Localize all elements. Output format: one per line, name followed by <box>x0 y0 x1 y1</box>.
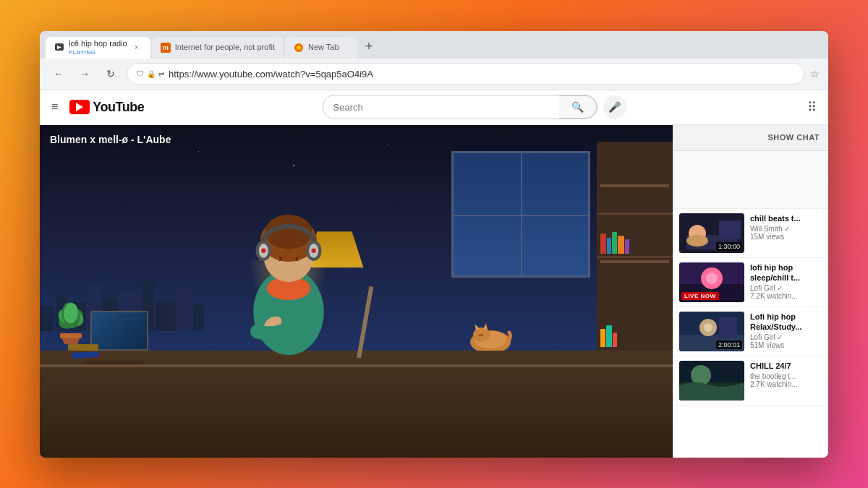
tab-title-mozilla: Internet for people, not profit <box>175 43 275 52</box>
apps-grid-icon[interactable]: ⠿ <box>804 96 820 118</box>
tab-title-wrap-new: New Tab <box>308 43 349 52</box>
url-text: https://www.youtube.com/watch?v=5qap5aO4… <box>169 69 795 80</box>
sv-thumbnail-3: 2:00:01 <box>679 312 744 351</box>
video-title-text: Blumen x mell-ø - L'Aube <box>50 134 171 145</box>
youtube-wordmark: YouTube <box>93 100 144 115</box>
youtube-icon <box>69 100 90 114</box>
back-button[interactable]: ← <box>48 64 69 84</box>
suggested-videos-list: 1:30:00 chill beats t... Will Smith ✓ 15… <box>673 209 828 458</box>
tab-favicon-mozilla: m <box>161 43 171 53</box>
search-wrap: 🔍 🎤 <box>153 95 796 119</box>
show-chat-label: SHOW CHAT <box>767 133 820 142</box>
bookmark-icon[interactable]: ☆ <box>810 68 820 80</box>
lock-icon: 🔒 <box>147 70 156 78</box>
scene-window <box>451 151 591 278</box>
sv-title-2: lofi hip hop sleep/chill t... <box>750 262 822 283</box>
sv-info-2: lofi hip hop sleep/chill t... Lofi Girl … <box>750 262 822 302</box>
forward-button[interactable]: → <box>75 64 95 84</box>
security-icons: 🛡 🔒 ⇄ <box>136 69 164 78</box>
refresh-button[interactable]: ↻ <box>101 64 121 84</box>
suggested-video-3[interactable]: 2:00:01 Lofi hip hop Relax/Study... Lofi… <box>673 307 828 356</box>
new-tab-button[interactable]: + <box>359 37 379 57</box>
sv-views-4: 2.7K watchin... <box>750 380 822 388</box>
sv-info-4: CHILL 24/7 the bootleg t... 2.7K watchin… <box>750 361 822 401</box>
laptop-screen <box>90 311 148 351</box>
sv-channel-3: Lofi Girl ✓ <box>750 333 822 341</box>
tab-title-lofi: lofi hip hop radio <box>69 39 127 48</box>
tab-title-new: New Tab <box>308 43 349 52</box>
show-chat-button[interactable]: SHOW CHAT <box>673 125 828 151</box>
sync-icon: ⇄ <box>158 70 164 78</box>
scene-bookshelf <box>597 142 673 358</box>
suggested-video-4[interactable]: CHILL 24/7 the bootleg t... 2.7K watchin… <box>673 356 828 406</box>
sv-info-1: chill beats t... Will Smith ✓ 15M views <box>750 213 822 253</box>
search-button[interactable]: 🔍 <box>559 95 597 119</box>
hamburger-menu[interactable]: ≡ <box>48 98 61 116</box>
sv-views-1: 15M views <box>750 233 822 241</box>
sv-title-4: CHILL 24/7 <box>750 361 822 371</box>
tab-close-lofi[interactable]: × <box>132 43 142 53</box>
sv-views-3: 51M views <box>750 341 822 349</box>
tab-bar: lofi hip hop radio PLAYING × m Internet … <box>40 31 828 59</box>
chat-placeholder <box>673 151 828 209</box>
svg-point-32 <box>686 235 708 247</box>
sv-channel-1: Will Smith ✓ <box>750 225 822 233</box>
svg-rect-30 <box>719 221 741 239</box>
svg-point-40 <box>704 323 712 332</box>
video-section: Blumen x mell-ø - L'Aube <box>40 125 673 458</box>
sv-title-3: Lofi hip hop Relax/Study... <box>750 312 822 333</box>
tab-favicon-firefox <box>294 43 304 53</box>
main-content: Blumen x mell-ø - L'Aube SHOW CHAT <box>40 125 828 458</box>
sv-live-badge-2: LIVE NOW <box>681 292 719 300</box>
video-canvas <box>40 125 673 458</box>
sv-thumbnail-1: 1:30:00 <box>679 213 744 253</box>
svg-point-13 <box>261 248 266 253</box>
svg-point-14 <box>311 248 316 253</box>
tab-title-wrap-mozilla: Internet for people, not profit <box>175 43 275 52</box>
suggested-video-1[interactable]: 1:30:00 chill beats t... Will Smith ✓ 15… <box>673 209 828 258</box>
sv-duration-3: 2:00:01 <box>716 341 742 349</box>
scene-cat <box>467 322 514 351</box>
video-player[interactable]: Blumen x mell-ø - L'Aube <box>40 125 673 458</box>
tab-mozilla[interactable]: m Internet for people, not profit <box>152 37 284 59</box>
youtube-header: ≡ YouTube 🔍 🎤 ⠿ <box>40 90 828 125</box>
sv-duration-1: 1:30:00 <box>716 242 742 251</box>
tab-title-wrap-lofi: lofi hip hop radio PLAYING <box>69 39 127 55</box>
youtube-logo[interactable]: YouTube <box>69 100 144 115</box>
sv-title-1: chill beats t... <box>750 213 822 223</box>
tab-lofi[interactable]: lofi hip hop radio PLAYING × <box>46 37 150 59</box>
browser-window: lofi hip hop radio PLAYING × m Internet … <box>40 31 828 458</box>
sidebar-panel: SHOW CHAT 1:30:00 <box>673 125 828 458</box>
sv-channel-2: Lofi Girl ✓ <box>750 284 822 292</box>
svg-rect-27 <box>60 333 82 338</box>
character-figure <box>198 187 379 374</box>
youtube-right-icons: ⠿ <box>804 96 820 118</box>
svg-rect-41 <box>719 317 737 338</box>
tab-favicon-lofi <box>54 43 64 53</box>
sv-thumbnail-4 <box>679 361 744 401</box>
mic-button[interactable]: 🎤 <box>603 95 626 119</box>
sv-thumbnail-2: LIVE NOW <box>679 262 744 302</box>
search-input[interactable] <box>323 95 559 119</box>
video-title-overlay: Blumen x mell-ø - L'Aube <box>50 134 171 145</box>
sv-info-3: Lofi hip hop Relax/Study... Lofi Girl ✓ … <box>750 312 822 351</box>
sv-views-2: 7.2K watchin... <box>750 292 822 300</box>
address-bar[interactable]: 🛡 🔒 ⇄ https://www.youtube.com/watch?v=5q… <box>127 63 804 85</box>
suggested-video-2[interactable]: LIVE NOW lofi hip hop sleep/chill t... L… <box>673 258 828 307</box>
svg-point-36 <box>706 273 718 284</box>
sv-channel-4: the bootleg t... <box>750 372 822 380</box>
tab-playing-lofi: PLAYING <box>69 49 127 56</box>
svg-point-3 <box>297 46 301 50</box>
shield-icon: 🛡 <box>136 69 144 78</box>
address-bar-row: ← → ↻ 🛡 🔒 ⇄ https://www.youtube.com/watc… <box>40 59 828 90</box>
tab-new-tab[interactable]: New Tab <box>285 37 357 59</box>
scene-plant <box>53 297 89 351</box>
